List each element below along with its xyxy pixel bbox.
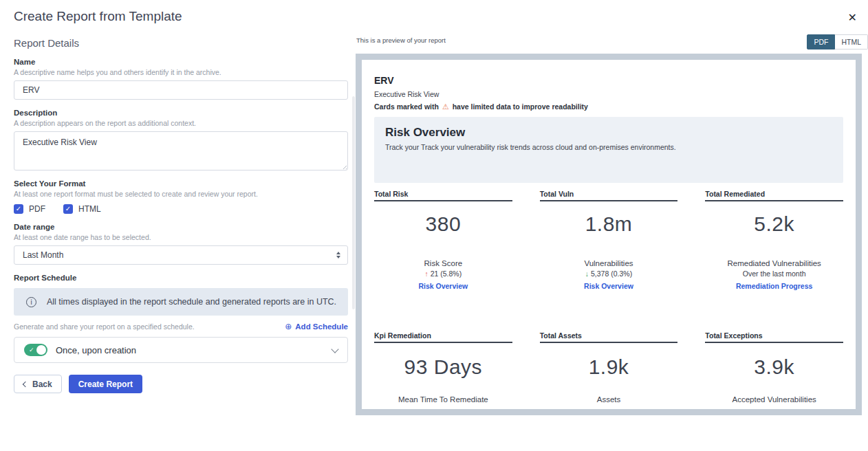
metric-card-total-risk: Total Risk 380 Risk Score ↑ 21 (5.8%) Ri… — [374, 190, 512, 290]
metric-label: Risk Score — [374, 259, 512, 267]
metric-header: Total Remediated — [705, 190, 843, 201]
description-label: Description — [14, 109, 348, 117]
metric-value: 380 — [374, 212, 512, 236]
note-suffix: have limited data to improve readability — [453, 102, 588, 111]
schedule-helper-row: Generate and share your report on a spec… — [14, 322, 348, 331]
date-range-label: Date range — [14, 223, 348, 231]
report-title: ERV — [374, 75, 843, 86]
format-html-label: HTML — [78, 204, 101, 214]
chevron-down-icon[interactable] — [331, 345, 338, 353]
metric-header: Total Assets — [540, 331, 678, 343]
metric-value: 1.8m — [540, 212, 678, 236]
create-report-button[interactable]: Create Report — [69, 375, 142, 393]
metric-card-total-exceptions: Total Exceptions 3.9k Accepted Vulnerabi… — [705, 331, 843, 404]
info-icon: i — [26, 297, 36, 307]
note-prefix: Cards marked with — [374, 102, 439, 111]
metric-row-2: Kpi Remediation 93 Days Mean Time To Rem… — [374, 331, 843, 404]
back-button-label: Back — [32, 380, 52, 389]
format-label: Select Your Format — [14, 179, 348, 188]
metric-card-kpi-remediation: Kpi Remediation 93 Days Mean Time To Rem… — [374, 331, 512, 404]
name-helper: A descriptive name helps you and others … — [14, 68, 348, 76]
format-checkbox-group: PDF HTML — [14, 204, 348, 214]
report-details-form: Report Details Name A descriptive name h… — [14, 37, 348, 363]
description-textarea[interactable]: Executive Risk View — [14, 131, 348, 170]
risk-overview-banner: Risk Overview Track your Track your vuln… — [374, 117, 843, 183]
name-input-value: ERV — [23, 85, 39, 95]
description-value: Executive Risk View — [23, 138, 97, 147]
risk-overview-description: Track your Track your vulnerability risk… — [385, 143, 832, 151]
metric-label: Remediated Vulnerabilities — [705, 259, 843, 267]
form-section-title: Report Details — [14, 37, 348, 49]
format-pdf-label: PDF — [29, 204, 45, 214]
metric-value: 5.2k — [705, 212, 843, 236]
format-checkbox-html[interactable]: HTML — [63, 204, 101, 214]
back-button[interactable]: Back — [14, 375, 62, 393]
schedule-item-label: Once, upon creation — [56, 345, 324, 355]
resize-handle-icon[interactable] — [340, 163, 347, 169]
metric-delta-text: 5,378 (0.3%) — [591, 270, 632, 278]
chevron-left-icon — [23, 381, 28, 386]
add-schedule-button[interactable]: ⊕ Add Schedule — [285, 322, 348, 331]
format-helper: At least one report format must be selec… — [14, 190, 348, 198]
form-scrollbar[interactable] — [352, 96, 355, 309]
metric-header: Total Risk — [374, 190, 512, 201]
metric-value: 93 Days — [374, 355, 512, 379]
metric-header: Kpi Remediation — [374, 331, 512, 343]
report-preview-frame: ERV Executive Risk View Cards marked wit… — [356, 54, 862, 415]
name-label: Name — [14, 58, 348, 66]
preview-caption: This is a preview of your report — [356, 36, 446, 44]
date-range-helper: At least one date range has to be select… — [14, 233, 348, 241]
preview-format-pdf-button[interactable]: PDF — [807, 34, 835, 50]
metric-delta: ↑ 21 (5.8%) — [374, 270, 512, 278]
arrow-up-icon: ↑ — [424, 270, 428, 278]
checkbox-checked-icon — [14, 204, 23, 214]
description-helper: A description appears on the report as a… — [14, 119, 348, 127]
metric-card-total-assets: Total Assets 1.9k Assets — [540, 331, 678, 404]
metric-card-total-vuln: Total Vuln 1.8m Vulnerabilities ↓ 5,378 … — [540, 190, 678, 290]
metric-link[interactable]: Risk Overview — [540, 282, 678, 290]
dialog-title: Create Report from Template — [14, 9, 182, 24]
metric-header: Total Vuln — [540, 190, 678, 201]
metric-label: Mean Time To Remediate — [374, 395, 512, 404]
preview-format-html-button[interactable]: HTML — [835, 34, 868, 50]
risk-overview-title: Risk Overview — [385, 126, 832, 140]
metric-row-1: Total Risk 380 Risk Score ↑ 21 (5.8%) Ri… — [374, 190, 843, 290]
name-input[interactable]: ERV — [14, 80, 348, 100]
date-range-value: Last Month — [23, 250, 63, 260]
metric-value: 3.9k — [705, 355, 843, 379]
metric-card-total-remediated: Total Remediated 5.2k Remediated Vulnera… — [705, 190, 843, 290]
schedule-toggle-on[interactable] — [24, 344, 47, 356]
add-schedule-label: Add Schedule — [295, 322, 348, 331]
date-range-select[interactable]: Last Month — [14, 245, 348, 265]
report-note: Cards marked with ⚠ have limited data to… — [374, 102, 843, 111]
utc-info-text: All times displayed in the report schedu… — [47, 297, 336, 307]
report-schedule-label: Report Schedule — [14, 274, 348, 282]
metric-value: 1.9k — [540, 355, 678, 379]
report-subtitle: Executive Risk View — [374, 90, 843, 98]
preview-format-toggle: PDF HTML — [807, 34, 868, 50]
utc-info-banner: i All times displayed in the report sche… — [14, 288, 348, 316]
metric-label: Vulnerabilities — [540, 259, 678, 267]
metric-link[interactable]: Remediation Progress — [705, 282, 843, 290]
toggle-knob — [36, 345, 46, 355]
format-checkbox-pdf[interactable]: PDF — [14, 204, 45, 214]
dialog-actions: Back Create Report — [14, 375, 142, 393]
warning-triangle-icon: ⚠ — [441, 102, 451, 111]
arrow-down-icon: ↓ — [585, 270, 589, 278]
schedule-item-row[interactable]: Once, upon creation — [14, 337, 348, 363]
metric-header: Total Exceptions — [705, 331, 843, 343]
metric-delta: ↓ 5,378 (0.3%) — [540, 270, 678, 278]
metric-sublabel: Over the last month — [705, 270, 843, 278]
select-stepper-icon — [336, 252, 340, 258]
metric-label: Accepted Vulnerabilities — [705, 395, 843, 404]
report-page: ERV Executive Risk View Cards marked wit… — [362, 60, 856, 409]
schedule-helper: Generate and share your report on a spec… — [14, 322, 195, 331]
metric-link[interactable]: Risk Overview — [374, 282, 512, 290]
metric-label: Assets — [540, 395, 678, 404]
checkbox-checked-icon — [63, 204, 73, 214]
plus-circle-icon: ⊕ — [285, 322, 292, 331]
create-report-dialog: Create Report from Template ✕ Report Det… — [0, 0, 868, 451]
close-icon[interactable]: ✕ — [848, 12, 857, 23]
metric-delta-text: 21 (5.8%) — [431, 270, 462, 278]
